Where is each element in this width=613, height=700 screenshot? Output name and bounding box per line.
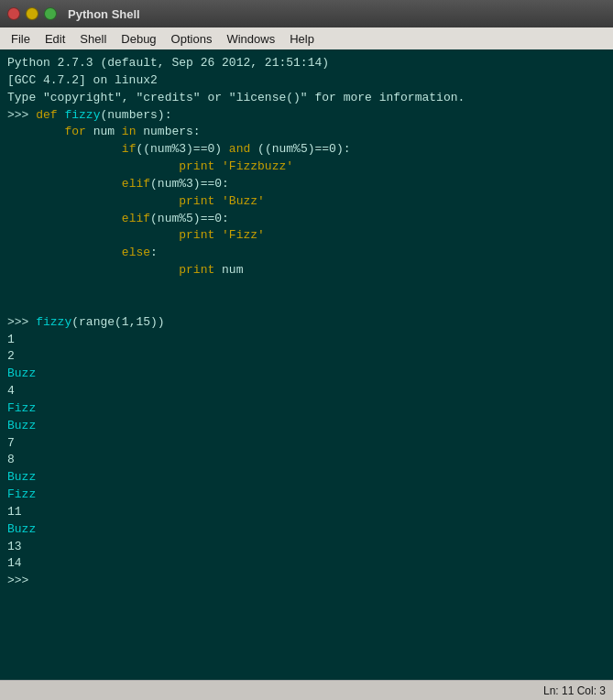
menu-help[interactable]: Help [282, 30, 322, 48]
statusbar: Ln: 11 Col: 3 [0, 680, 613, 700]
menu-windows[interactable]: Windows [219, 30, 282, 48]
menu-options[interactable]: Options [164, 30, 220, 48]
window-title: Python Shell [68, 7, 140, 21]
menubar: File Edit Shell Debug Options Windows He… [0, 27, 613, 49]
titlebar: Python Shell [0, 0, 613, 27]
menu-file[interactable]: File [4, 30, 38, 48]
status-text: Ln: 11 Col: 3 [543, 684, 606, 697]
menu-debug[interactable]: Debug [114, 30, 163, 48]
close-button[interactable] [7, 7, 20, 20]
minimize-button[interactable] [26, 7, 38, 20]
menu-shell[interactable]: Shell [72, 30, 114, 48]
maximize-button[interactable] [44, 7, 57, 20]
shell-intro: Python 2.7.3 (default, Sep 26 2012, 21:5… [7, 55, 606, 590]
menu-edit[interactable]: Edit [38, 30, 72, 48]
shell-output[interactable]: Python 2.7.3 (default, Sep 26 2012, 21:5… [0, 49, 613, 680]
